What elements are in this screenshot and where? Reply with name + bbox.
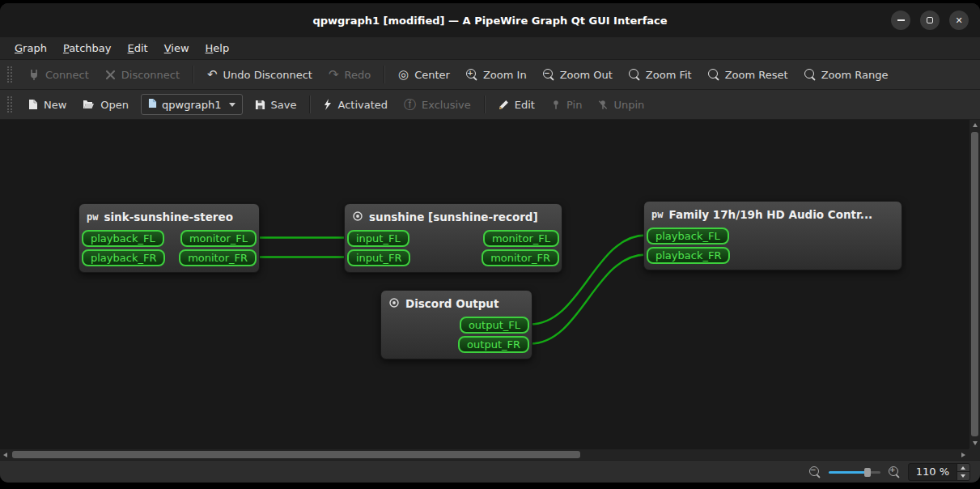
zoom-out-icon: −	[543, 69, 554, 80]
spinbox-buttons	[957, 464, 969, 480]
zoom-fit-icon	[629, 69, 640, 80]
connect-label: Connect	[45, 69, 89, 81]
app-window: qpwgraph1 [modified] — A PipeWire Graph …	[0, 3, 980, 483]
exclusive-icon: ⓕ	[404, 99, 416, 111]
zoom-reset-label: Zoom Reset	[725, 69, 788, 81]
menu-graph[interactable]: Graph	[8, 40, 53, 57]
spin-up-button[interactable]	[957, 464, 969, 472]
undo-disconnect-button[interactable]: ↶ Undo Disconnect	[200, 64, 320, 86]
port-monitor-fr[interactable]: monitor_FR	[179, 249, 257, 266]
zoom-fit-button[interactable]: Zoom Fit	[622, 64, 699, 86]
maximize-button[interactable]	[920, 11, 940, 30]
zoom-out-button[interactable]: − Zoom Out	[536, 64, 620, 86]
node-header: sunshine [sunshine-record]	[347, 206, 559, 227]
new-button[interactable]: New	[21, 94, 74, 116]
menu-help[interactable]: Help	[199, 40, 236, 57]
port-playback-fl[interactable]: playback_FL	[647, 227, 729, 244]
statusbar: − + 110 %	[0, 460, 980, 483]
unpin-button[interactable]: Unpin	[591, 94, 651, 116]
port-input-fl[interactable]: input_FL	[347, 230, 409, 247]
menu-edit[interactable]: Edit	[121, 40, 155, 57]
port-monitor-fr[interactable]: monitor_FR	[482, 249, 559, 266]
zoom-slider-handle[interactable]	[864, 468, 871, 477]
spin-up-icon	[961, 466, 965, 470]
zoom-value: 110 %	[909, 464, 957, 480]
minimize-button[interactable]	[891, 11, 910, 30]
activated-bolt-icon	[324, 99, 332, 110]
new-label: New	[44, 99, 66, 111]
exclusive-toggle[interactable]: ⓕ Exclusive	[397, 94, 478, 116]
zoom-out-icon[interactable]: −	[809, 466, 821, 478]
pin-icon	[551, 100, 561, 110]
graph-canvas[interactable]: pw sink-sunshine-stereo playback_FL moni…	[0, 120, 980, 460]
unpin-icon	[598, 100, 608, 110]
node-sunshine-record[interactable]: sunshine [sunshine-record] input_FL moni…	[344, 203, 562, 273]
toolbar-grip[interactable]	[7, 66, 12, 83]
zoom-spinbox[interactable]: 110 %	[908, 463, 970, 481]
port-output-fr[interactable]: output_FR	[458, 336, 529, 353]
close-button[interactable]: ✕	[949, 11, 969, 30]
disconnect-label: Disconnect	[121, 69, 180, 81]
node-discord-output[interactable]: Discord Output output_FL output_FR	[380, 290, 532, 359]
toolbar-grip[interactable]	[7, 96, 12, 113]
disconnect-icon	[105, 70, 116, 80]
horizontal-scrollbar[interactable]	[0, 449, 969, 460]
port-row: output_FL	[384, 317, 529, 334]
connect-button[interactable]: Connect	[21, 64, 96, 86]
redo-icon: ↷	[329, 69, 339, 81]
pin-label: Pin	[566, 99, 582, 111]
audio-app-icon	[388, 297, 400, 311]
zoom-slider[interactable]	[829, 466, 880, 478]
patchbay-select-value: qpwgraph1	[162, 99, 221, 111]
zoom-range-button[interactable]: Zoom Range	[797, 64, 896, 86]
save-button[interactable]: Save	[248, 94, 304, 116]
zoom-reset-button[interactable]: Zoom Reset	[701, 64, 795, 86]
center-label: Center	[414, 69, 450, 81]
port-input-fr[interactable]: input_FR	[347, 249, 410, 266]
node-sink-sunshine-stereo[interactable]: pw sink-sunshine-stereo playback_FL moni…	[78, 203, 260, 273]
port-row: playback_FR	[647, 247, 899, 264]
edit-button[interactable]: Edit	[491, 94, 542, 116]
vertical-scroll-thumb[interactable]	[971, 132, 978, 436]
toolbar-separator	[384, 66, 385, 83]
horizontal-scroll-thumb[interactable]	[12, 451, 580, 458]
port-output-fl[interactable]: output_FL	[460, 317, 529, 334]
port-monitor-fl[interactable]: monitor_FL	[180, 230, 257, 247]
port-playback-fr[interactable]: playback_FR	[647, 247, 730, 264]
window-title: qpwgraph1 [modified] — A PipeWire Graph …	[312, 15, 667, 27]
zoom-in-button[interactable]: + Zoom In	[459, 64, 534, 86]
pin-button[interactable]: Pin	[544, 94, 589, 116]
zoom-range-label: Zoom Range	[821, 69, 889, 81]
scroll-right-icon[interactable]	[961, 453, 965, 457]
menubar: Graph Patchbay Edit View Help	[0, 37, 980, 60]
patchbay-file-icon	[148, 98, 157, 111]
node-family-hd-audio[interactable]: pw Family 17h/19h HD Audio Contr... play…	[643, 201, 902, 270]
scroll-up-icon[interactable]	[973, 123, 978, 127]
exclusive-label: Exclusive	[422, 99, 471, 111]
open-button[interactable]: Open	[75, 94, 136, 116]
redo-button[interactable]: ↷ Redo	[321, 64, 378, 86]
new-file-icon	[28, 99, 38, 110]
center-button[interactable]: ◎ Center	[391, 64, 457, 86]
activated-label: Activated	[337, 99, 388, 111]
center-icon: ◎	[398, 69, 409, 81]
zoom-in-icon[interactable]: +	[889, 466, 900, 478]
port-row: input_FR monitor_FR	[347, 249, 559, 266]
port-monitor-fl[interactable]: monitor_FL	[483, 230, 559, 247]
scroll-left-icon[interactable]	[3, 453, 7, 457]
patchbay-select[interactable]: qpwgraph1	[141, 94, 242, 115]
node-header: pw Family 17h/19h HD Audio Contr...	[647, 204, 899, 225]
port-playback-fl[interactable]: playback_FL	[82, 230, 164, 247]
disconnect-button[interactable]: Disconnect	[98, 64, 187, 86]
scrollbar-corner	[969, 449, 980, 460]
vertical-scrollbar[interactable]	[969, 120, 980, 449]
titlebar[interactable]: qpwgraph1 [modified] — A PipeWire Graph …	[0, 3, 980, 37]
menu-view[interactable]: View	[158, 40, 196, 57]
node-title: sunshine [sunshine-record]	[369, 210, 538, 223]
menu-patchbay[interactable]: Patchbay	[57, 40, 118, 57]
zoom-range-icon	[804, 69, 816, 80]
scroll-down-icon[interactable]	[973, 441, 978, 445]
activated-toggle[interactable]: Activated	[316, 94, 395, 116]
spin-down-button[interactable]	[957, 471, 969, 480]
port-playback-fr[interactable]: playback_FR	[82, 249, 165, 266]
